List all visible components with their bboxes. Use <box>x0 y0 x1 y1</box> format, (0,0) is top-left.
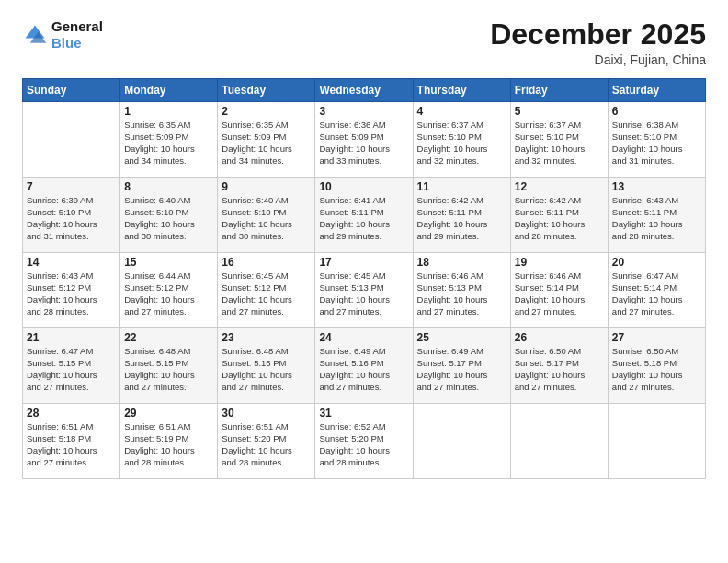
day-number: 16 <box>222 256 311 269</box>
day-number: 24 <box>319 331 408 344</box>
day-cell: 1Sunrise: 6:35 AMSunset: 5:09 PMDaylight… <box>120 102 218 178</box>
calendar-title: December 2025 <box>490 18 706 51</box>
day-info: Sunrise: 6:35 AMSunset: 5:09 PMDaylight:… <box>124 120 213 167</box>
day-info: Sunrise: 6:51 AMSunset: 5:19 PMDaylight:… <box>124 421 213 468</box>
day-number: 20 <box>612 256 701 269</box>
day-cell: 18Sunrise: 6:46 AMSunset: 5:13 PMDayligh… <box>413 253 510 328</box>
day-cell: 21Sunrise: 6:47 AMSunset: 5:15 PMDayligh… <box>23 328 120 404</box>
day-cell: 13Sunrise: 6:43 AMSunset: 5:11 PMDayligh… <box>608 178 705 253</box>
week-row-4: 21Sunrise: 6:47 AMSunset: 5:15 PMDayligh… <box>23 328 706 404</box>
day-info: Sunrise: 6:51 AMSunset: 5:20 PMDaylight:… <box>222 421 311 468</box>
day-info: Sunrise: 6:37 AMSunset: 5:10 PMDaylight:… <box>515 120 604 167</box>
day-number: 3 <box>319 105 408 118</box>
day-cell: 27Sunrise: 6:50 AMSunset: 5:18 PMDayligh… <box>608 328 705 404</box>
column-header-monday: Monday <box>120 79 218 102</box>
day-number: 9 <box>222 180 311 193</box>
week-row-2: 7Sunrise: 6:39 AMSunset: 5:10 PMDaylight… <box>23 178 706 253</box>
day-cell: 2Sunrise: 6:35 AMSunset: 5:09 PMDaylight… <box>218 102 315 178</box>
day-number: 8 <box>124 180 213 193</box>
calendar-table: SundayMondayTuesdayWednesdayThursdayFrid… <box>22 78 706 479</box>
day-number: 30 <box>222 407 311 419</box>
day-number: 5 <box>515 105 604 118</box>
day-info: Sunrise: 6:36 AMSunset: 5:09 PMDaylight:… <box>319 120 408 167</box>
day-cell: 26Sunrise: 6:50 AMSunset: 5:17 PMDayligh… <box>510 328 608 404</box>
day-cell <box>23 102 120 178</box>
week-row-1: 1Sunrise: 6:35 AMSunset: 5:09 PMDaylight… <box>23 102 706 178</box>
day-info: Sunrise: 6:37 AMSunset: 5:10 PMDaylight:… <box>417 120 506 167</box>
day-cell: 19Sunrise: 6:46 AMSunset: 5:14 PMDayligh… <box>510 253 608 328</box>
day-info: Sunrise: 6:48 AMSunset: 5:15 PMDaylight:… <box>124 346 213 393</box>
day-info: Sunrise: 6:47 AMSunset: 5:14 PMDaylight:… <box>612 270 701 317</box>
day-number: 1 <box>124 105 213 118</box>
day-cell: 31Sunrise: 6:52 AMSunset: 5:20 PMDayligh… <box>315 404 413 479</box>
day-info: Sunrise: 6:39 AMSunset: 5:10 PMDaylight:… <box>27 195 116 242</box>
day-info: Sunrise: 6:49 AMSunset: 5:17 PMDaylight:… <box>417 346 506 393</box>
day-number: 4 <box>417 105 506 118</box>
day-header-row: SundayMondayTuesdayWednesdayThursdayFrid… <box>23 79 706 102</box>
day-info: Sunrise: 6:41 AMSunset: 5:11 PMDaylight:… <box>319 195 408 242</box>
day-cell: 9Sunrise: 6:40 AMSunset: 5:10 PMDaylight… <box>218 178 315 253</box>
day-info: Sunrise: 6:40 AMSunset: 5:10 PMDaylight:… <box>124 195 213 242</box>
day-cell <box>608 404 705 479</box>
day-cell: 4Sunrise: 6:37 AMSunset: 5:10 PMDaylight… <box>413 102 510 178</box>
day-cell: 6Sunrise: 6:38 AMSunset: 5:10 PMDaylight… <box>608 102 705 178</box>
day-number: 26 <box>515 331 604 344</box>
day-cell: 11Sunrise: 6:42 AMSunset: 5:11 PMDayligh… <box>413 178 510 253</box>
day-number: 22 <box>124 331 213 344</box>
day-number: 11 <box>417 180 506 193</box>
day-info: Sunrise: 6:45 AMSunset: 5:12 PMDaylight:… <box>222 270 311 317</box>
day-number: 10 <box>319 180 408 193</box>
day-info: Sunrise: 6:49 AMSunset: 5:16 PMDaylight:… <box>319 346 408 393</box>
day-info: Sunrise: 6:43 AMSunset: 5:11 PMDaylight:… <box>612 195 701 242</box>
day-cell: 15Sunrise: 6:44 AMSunset: 5:12 PMDayligh… <box>120 253 218 328</box>
day-cell <box>510 404 608 479</box>
column-header-sunday: Sunday <box>23 79 120 102</box>
day-cell: 17Sunrise: 6:45 AMSunset: 5:13 PMDayligh… <box>315 253 413 328</box>
week-row-5: 28Sunrise: 6:51 AMSunset: 5:18 PMDayligh… <box>23 404 706 479</box>
day-info: Sunrise: 6:50 AMSunset: 5:17 PMDaylight:… <box>515 346 604 393</box>
day-number: 17 <box>319 256 408 269</box>
day-number: 15 <box>124 256 213 269</box>
day-number: 29 <box>124 407 213 419</box>
day-info: Sunrise: 6:42 AMSunset: 5:11 PMDaylight:… <box>417 195 506 242</box>
day-info: Sunrise: 6:35 AMSunset: 5:09 PMDaylight:… <box>222 120 311 167</box>
column-header-saturday: Saturday <box>608 79 705 102</box>
day-info: Sunrise: 6:40 AMSunset: 5:10 PMDaylight:… <box>222 195 311 242</box>
day-cell: 25Sunrise: 6:49 AMSunset: 5:17 PMDayligh… <box>413 328 510 404</box>
day-cell: 30Sunrise: 6:51 AMSunset: 5:20 PMDayligh… <box>218 404 315 479</box>
day-info: Sunrise: 6:48 AMSunset: 5:16 PMDaylight:… <box>222 346 311 393</box>
day-cell: 24Sunrise: 6:49 AMSunset: 5:16 PMDayligh… <box>315 328 413 404</box>
day-cell: 12Sunrise: 6:42 AMSunset: 5:11 PMDayligh… <box>510 178 608 253</box>
day-number: 31 <box>319 407 408 419</box>
day-number: 19 <box>515 256 604 269</box>
logo-text: General Blue <box>51 18 103 52</box>
day-cell: 5Sunrise: 6:37 AMSunset: 5:10 PMDaylight… <box>510 102 608 178</box>
day-number: 14 <box>27 256 116 269</box>
calendar-subtitle: Daixi, Fujian, China <box>490 52 706 67</box>
day-number: 25 <box>417 331 506 344</box>
calendar-page: General Blue December 2025 Daixi, Fujian… <box>0 0 728 563</box>
day-info: Sunrise: 6:38 AMSunset: 5:10 PMDaylight:… <box>612 120 701 167</box>
day-number: 6 <box>612 105 701 118</box>
day-number: 12 <box>515 180 604 193</box>
column-header-friday: Friday <box>510 79 608 102</box>
day-cell: 8Sunrise: 6:40 AMSunset: 5:10 PMDaylight… <box>120 178 218 253</box>
day-info: Sunrise: 6:47 AMSunset: 5:15 PMDaylight:… <box>27 346 116 393</box>
day-info: Sunrise: 6:46 AMSunset: 5:14 PMDaylight:… <box>515 270 604 317</box>
day-cell: 22Sunrise: 6:48 AMSunset: 5:15 PMDayligh… <box>120 328 218 404</box>
day-info: Sunrise: 6:44 AMSunset: 5:12 PMDaylight:… <box>124 270 213 317</box>
day-info: Sunrise: 6:50 AMSunset: 5:18 PMDaylight:… <box>612 346 701 393</box>
day-cell: 14Sunrise: 6:43 AMSunset: 5:12 PMDayligh… <box>23 253 120 328</box>
day-cell: 28Sunrise: 6:51 AMSunset: 5:18 PMDayligh… <box>23 404 120 479</box>
day-cell: 10Sunrise: 6:41 AMSunset: 5:11 PMDayligh… <box>315 178 413 253</box>
title-block: December 2025 Daixi, Fujian, China <box>490 18 706 67</box>
day-cell: 20Sunrise: 6:47 AMSunset: 5:14 PMDayligh… <box>608 253 705 328</box>
day-number: 27 <box>612 331 701 344</box>
day-info: Sunrise: 6:42 AMSunset: 5:11 PMDaylight:… <box>515 195 604 242</box>
column-header-thursday: Thursday <box>413 79 510 102</box>
logo: General Blue <box>22 18 103 52</box>
day-number: 18 <box>417 256 506 269</box>
day-cell: 7Sunrise: 6:39 AMSunset: 5:10 PMDaylight… <box>23 178 120 253</box>
day-cell: 16Sunrise: 6:45 AMSunset: 5:12 PMDayligh… <box>218 253 315 328</box>
day-number: 21 <box>27 331 116 344</box>
